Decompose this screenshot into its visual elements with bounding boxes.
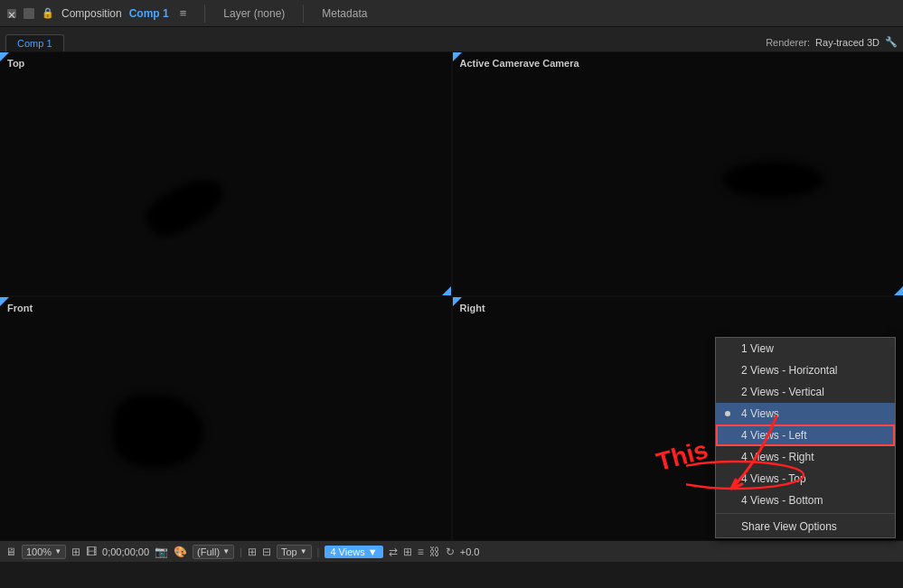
renderer-area: Renderer: Ray-traced 3D 🔧 (766, 36, 898, 51)
menu-divider (716, 513, 895, 514)
four-views-button[interactable]: 4 Views ▼ (325, 546, 382, 558)
viewport-right-label: Right (460, 303, 485, 313)
menu-label-4views-left: 4 Views - Left (741, 429, 806, 442)
close-icon[interactable]: ✕ (7, 9, 16, 18)
corner-marker-bl3 (0, 531, 9, 540)
menu-item-4views-right[interactable]: 4 Views - Right (716, 446, 895, 468)
corner-marker-tl2 (453, 52, 462, 61)
transfer-icon: ⇄ (389, 546, 398, 558)
renderer-value: Ray-traced 3D (815, 37, 879, 48)
menu-item-4views-top[interactable]: 4 Views - Top (716, 468, 895, 490)
status-bar: 🖥 100% ▼ ⊞ 🎞 0;00;00;00 📷 🎨 (Full) ▼ | ⊞… (0, 540, 903, 562)
panel-icon (24, 8, 34, 19)
menu-label-4views-right: 4 Views - Right (741, 451, 814, 463)
viewport-camera[interactable]: Active Camerave Camera (453, 52, 904, 295)
monitor-icon: 🖥 (5, 546, 16, 558)
timecode: 0;00;00;00 (102, 546, 149, 557)
zoom-arrow: ▼ (54, 547, 61, 555)
camera-icon: 📷 (155, 546, 168, 558)
menu-item-2views-h[interactable]: 2 Views - Horizontal (716, 359, 895, 381)
divider (204, 5, 205, 23)
layer-section-label: Layer (none) (223, 7, 285, 20)
corner-marker-tl4 (453, 297, 462, 306)
viewport-front-label: Front (7, 303, 33, 313)
grid-icon: ⊟ (262, 546, 271, 558)
quality-value: (Full) (197, 546, 220, 557)
viewport-front[interactable]: Front (0, 297, 451, 540)
four-views-arrow: ▼ (368, 546, 378, 557)
four-views-label: 4 Views (330, 546, 364, 557)
status-sep2: | (317, 546, 320, 557)
view-value: Top (281, 546, 297, 557)
corner-marker-tl3 (0, 297, 9, 306)
view-dropdown[interactable]: Top ▼ (277, 545, 312, 559)
title-bar: ✕ 🔒 Composition Comp 1 ≡ Layer (none) Me… (0, 0, 903, 27)
viewport-camera-label: Active Camerave Camera (460, 58, 579, 69)
menu-item-4views-bottom[interactable]: 4 Views - Bottom (716, 490, 895, 511)
context-menu: 1 View 2 Views - Horizontal 2 Views - Ve… (715, 337, 896, 538)
corner-marker-tl (0, 52, 9, 61)
divider2 (303, 5, 304, 23)
tab-comp1[interactable]: Comp 1 (5, 34, 64, 51)
viewport-top[interactable]: Top (0, 52, 451, 295)
menu-icon[interactable]: ≡ (180, 6, 187, 20)
settings-icon[interactable]: 🔧 (885, 36, 898, 48)
lock-icon: 🔒 (42, 7, 54, 19)
tab-bar: Comp 1 Renderer: Ray-traced 3D 🔧 (0, 27, 903, 52)
camera-snap-icon: 🎞 (86, 546, 97, 558)
renderer-label: Renderer: (766, 37, 810, 48)
color-icon: 🎨 (174, 546, 187, 558)
quality-dropdown[interactable]: (Full) ▼ (193, 545, 234, 559)
bar-icon: ≡ (418, 546, 424, 558)
menu-item-2views-v[interactable]: 2 Views - Vertical (716, 381, 895, 403)
blob-front-1 (113, 395, 203, 467)
quality-arrow: ▼ (222, 547, 230, 555)
menu-label-1view: 1 View (741, 342, 774, 355)
corner-marker-br2 (894, 286, 903, 295)
bullet-4views (725, 411, 730, 416)
viewport-top-label: Top (7, 58, 24, 69)
menu-item-share[interactable]: Share View Options (716, 516, 895, 537)
menu-label-4views: 4 Views (741, 407, 779, 420)
menu-label-4views-bottom: 4 Views - Bottom (741, 494, 823, 507)
link-icon: ⛓ (429, 546, 440, 558)
zoom-value: 100% (26, 546, 52, 557)
blob-camera-1 (723, 162, 823, 198)
menu-label-2views-v: 2 Views - Vertical (741, 386, 824, 398)
menu-item-1view[interactable]: 1 View (716, 338, 895, 359)
refresh-icon: ↻ (446, 546, 455, 558)
status-sep1: | (240, 546, 242, 557)
view-arrow: ▼ (300, 547, 307, 555)
offset-value: +0.0 (460, 546, 480, 557)
menu-label-2views-h: 2 Views - Horizontal (741, 364, 838, 377)
expand-icon: ⊞ (403, 546, 412, 558)
viewer-icon: ⊞ (71, 546, 80, 558)
composition-label: Composition (61, 7, 122, 20)
menu-item-4views-left[interactable]: 4 Views - Left (716, 425, 895, 446)
zoom-dropdown[interactable]: 100% ▼ (22, 545, 66, 559)
viewer-icon2: ⊞ (248, 546, 257, 558)
corner-marker-br (442, 286, 451, 295)
metadata-section-label: Metadata (322, 7, 367, 20)
blob-top-1 (139, 168, 230, 244)
menu-item-4views[interactable]: 4 Views (716, 403, 895, 425)
comp-name: Comp 1 (129, 7, 169, 20)
menu-label-share: Share View Options (741, 520, 837, 533)
menu-label-4views-top: 4 Views - Top (741, 472, 806, 485)
